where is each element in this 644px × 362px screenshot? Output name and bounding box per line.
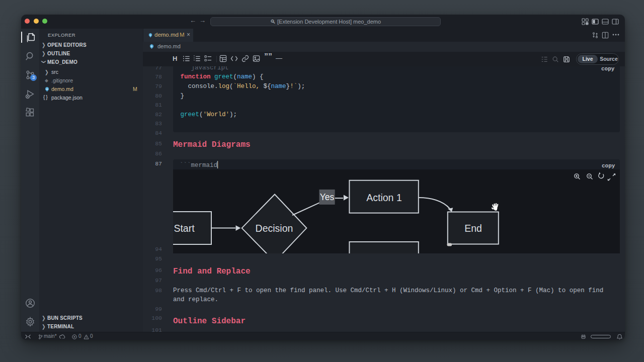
svg-text:Action 1: Action 1 (366, 192, 401, 203)
svg-text:Decision: Decision (256, 223, 293, 234)
svg-text:End: End (464, 223, 482, 234)
svg-text:Yes: Yes (320, 192, 335, 202)
svg-text:Start: Start (174, 223, 195, 234)
